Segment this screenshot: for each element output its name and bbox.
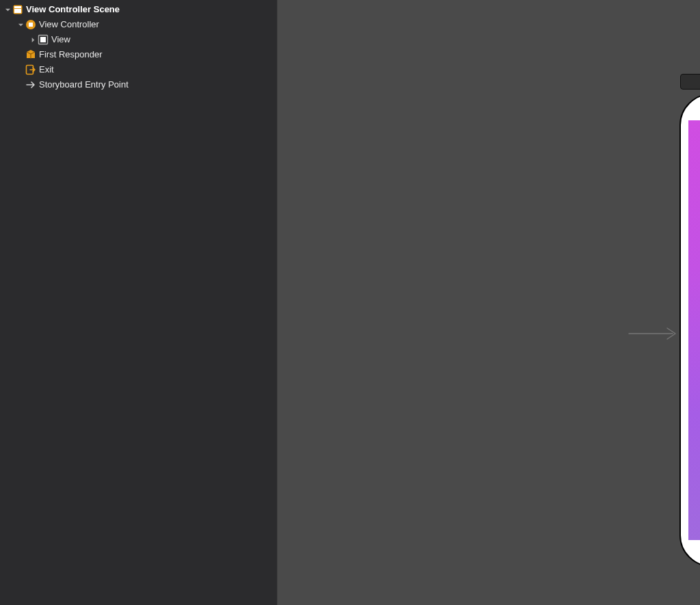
outline-firstresponder-label: First Responder (39, 47, 102, 62)
outline-scene-row[interactable]: View Controller Scene (0, 2, 277, 17)
scene-title-bar[interactable]: View Controller (680, 74, 700, 90)
document-outline-panel: View Controller Scene View Controller (0, 0, 277, 605)
outline-entrypoint-row[interactable]: Storyboard Entry Point (0, 77, 277, 92)
outline-view-row[interactable]: View (0, 32, 277, 47)
arrow-right-icon (25, 79, 36, 90)
outline-scene-label: View Controller Scene (26, 2, 120, 17)
view-gradient[interactable] (688, 120, 700, 540)
outline-exit-label: Exit (39, 62, 54, 77)
disclosure-triangle-icon[interactable] (29, 37, 37, 43)
scene-icon (12, 4, 23, 15)
disclosure-triangle-icon[interactable] (16, 22, 25, 28)
storyboard-canvas[interactable]: View Controller (277, 0, 700, 605)
viewcontroller-icon (25, 19, 36, 30)
disclosure-triangle-icon[interactable] (3, 7, 12, 13)
firstresponder-icon (25, 49, 36, 60)
view-icon (38, 34, 49, 45)
workspace: View Controller Scene View Controller (0, 0, 700, 605)
outline-entrypoint-label: Storyboard Entry Point (39, 77, 129, 92)
svg-rect-1 (14, 6, 21, 8)
device-frame[interactable] (679, 94, 700, 567)
entry-point-arrow-icon[interactable] (628, 327, 682, 343)
outline-viewcontroller-row[interactable]: View Controller (0, 17, 277, 32)
svg-rect-2 (14, 9, 21, 13)
outline-firstresponder-row[interactable]: First Responder (0, 47, 277, 62)
exit-icon (25, 64, 36, 75)
outline-viewcontroller-label: View Controller (39, 17, 99, 32)
outline-view-label: View (51, 32, 70, 47)
svg-rect-6 (40, 37, 46, 42)
svg-rect-4 (29, 23, 33, 27)
outline-exit-row[interactable]: Exit (0, 62, 277, 77)
